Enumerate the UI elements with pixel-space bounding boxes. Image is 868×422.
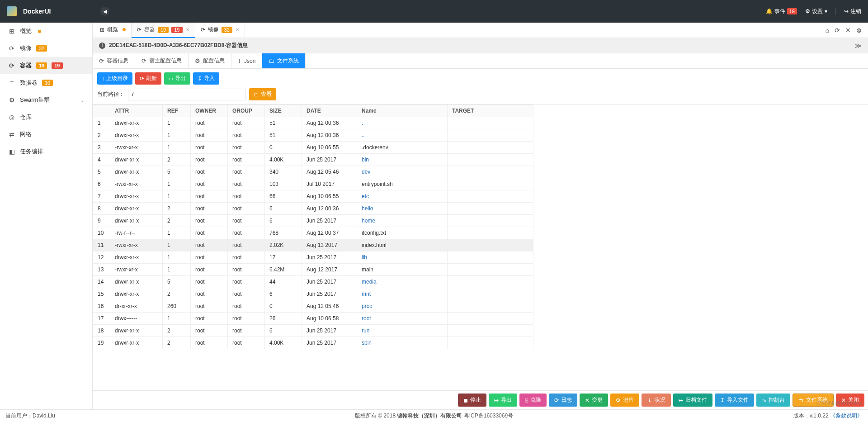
inner-tab-1[interactable]: ⟳宿主配置信息 bbox=[135, 53, 189, 68]
bottom-btn-进程[interactable]: ⚙进程 bbox=[610, 394, 639, 407]
table-row[interactable]: 7 drwxr-xr-x 1 root root 66 Aug 10 06:55… bbox=[93, 190, 533, 203]
sidebar-collapse-button[interactable]: ◀ bbox=[100, 7, 109, 16]
sidebar-item-5[interactable]: ◎仓库 bbox=[0, 109, 92, 126]
owner-cell: root bbox=[191, 215, 228, 227]
table-row[interactable]: 6 -rwxr-xr-x 1 root root 103 Jul 10 2017… bbox=[93, 178, 533, 190]
logout-button[interactable]: ↪ 注销 bbox=[844, 8, 861, 15]
name-cell[interactable]: proc bbox=[357, 300, 448, 313]
table-row[interactable]: 10 -rw-r--r-- 1 root root 768 Aug 12 00:… bbox=[93, 227, 533, 239]
bottom-btn-控制台[interactable]: ↘控制台 bbox=[756, 394, 790, 407]
export-button[interactable]: ↦导出 bbox=[164, 72, 190, 85]
path-input[interactable] bbox=[128, 89, 245, 100]
terms-link[interactable]: 《条款说明》 bbox=[830, 413, 863, 419]
close-icon[interactable]: × bbox=[186, 27, 189, 33]
events-button[interactable]: 🔔 事件 19 bbox=[766, 8, 797, 15]
bottom-btn-文件系统[interactable]: 🗀文件系统 bbox=[793, 394, 834, 407]
table-row[interactable]: 14 drwxr-xr-x 5 root root 44 Jun 25 2017… bbox=[93, 276, 533, 288]
col-header[interactable]: ATTR bbox=[110, 105, 163, 117]
idx-cell: 8 bbox=[93, 203, 110, 215]
name-cell[interactable]: sbin bbox=[357, 337, 448, 349]
btn-label: 导入文件 bbox=[727, 396, 749, 404]
sidebar-item-0[interactable]: ⊞概览 bbox=[0, 23, 92, 40]
close-all-icon[interactable]: ⊗ bbox=[856, 27, 862, 34]
bottom-btn-克隆[interactable]: ⎘克隆 bbox=[519, 394, 547, 407]
table-row[interactable]: 19 drwxr-xr-x 2 root root 4.00K Jun 25 2… bbox=[93, 337, 533, 349]
table-row[interactable]: 15 drwxr-xr-x 2 root root 6 Jun 25 2017 … bbox=[93, 288, 533, 300]
name-cell[interactable]: bin bbox=[357, 154, 448, 166]
sidebar-item-4[interactable]: ⚙Swarm集群⌄ bbox=[0, 91, 92, 109]
col-header[interactable]: GROUP bbox=[228, 105, 265, 117]
bottom-btn-导入文件[interactable]: ↧导入文件 bbox=[715, 394, 754, 407]
table-row[interactable]: 3 -rwxr-xr-x 1 root root 0 Aug 10 06:55 … bbox=[93, 142, 533, 154]
brand-logo[interactable]: DockerUI bbox=[7, 6, 51, 16]
name-cell[interactable]: home bbox=[357, 215, 448, 227]
name-cell[interactable]: root bbox=[357, 313, 448, 325]
table-row[interactable]: 17 drwx------ 1 root root 26 Aug 10 06:5… bbox=[93, 313, 533, 325]
table-row[interactable]: 13 -rwxr-xr-x 1 root root 6.42M Aug 12 2… bbox=[93, 264, 533, 276]
inner-tab-0[interactable]: ⟳容器信息 bbox=[93, 53, 135, 68]
group-cell: root bbox=[228, 166, 265, 178]
home-icon[interactable]: ⌂ bbox=[826, 27, 829, 34]
bottom-btn-关闭[interactable]: ✕关闭 bbox=[836, 394, 864, 407]
table-row[interactable]: 11 -rwxr-xr-x 1 root root 2.02K Aug 13 2… bbox=[93, 239, 533, 251]
expand-icon[interactable]: ≫ bbox=[855, 42, 862, 49]
bottom-btn-导出[interactable]: ↦导出 bbox=[489, 394, 517, 407]
tab-2[interactable]: ⟳镜像32× bbox=[195, 23, 245, 38]
name-cell[interactable]: dev bbox=[357, 166, 448, 178]
view-button[interactable]: 🗀查看 bbox=[249, 88, 276, 100]
table-row[interactable]: 12 drwxr-xr-x 1 root root 17 Jun 25 2017… bbox=[93, 251, 533, 264]
table-row[interactable]: 8 drwxr-xr-x 2 root root 6 Aug 12 00:36 … bbox=[93, 203, 533, 215]
bottom-action-bar: ◼停止↦导出⎘克隆⟳日志✕变更⚙进程🌡状况↦归档文件↧导入文件↘控制台🗀文件系统… bbox=[93, 390, 868, 409]
bottom-btn-状况[interactable]: 🌡状况 bbox=[642, 394, 671, 407]
settings-button[interactable]: ⚙ 设置 ▾ bbox=[805, 8, 827, 15]
tab-1[interactable]: ⟳容器1919× bbox=[132, 23, 195, 38]
bottom-btn-停止[interactable]: ◼停止 bbox=[458, 394, 486, 407]
inner-tab-3[interactable]: TJson bbox=[231, 53, 262, 68]
bottom-btn-归档文件[interactable]: ↦归档文件 bbox=[673, 394, 712, 407]
col-header[interactable]: Name bbox=[357, 105, 448, 117]
table-row[interactable]: 1 drwxr-xr-x 1 root root 51 Aug 12 00:36… bbox=[93, 117, 533, 129]
tab-0[interactable]: ⊞概览 bbox=[94, 23, 132, 38]
col-header[interactable]: TARGET bbox=[448, 105, 533, 117]
ref-cell: 1 bbox=[163, 313, 191, 325]
sidebar-item-1[interactable]: ⟳镜像32 bbox=[0, 40, 92, 57]
table-row[interactable]: 2 drwxr-xr-x 1 root root 51 Aug 12 00:36… bbox=[93, 129, 533, 142]
name-cell[interactable]: media bbox=[357, 276, 448, 288]
table-row[interactable]: 16 dr-xr-xr-x 260 root root 0 Aug 12 05:… bbox=[93, 300, 533, 313]
table-row[interactable]: 5 drwxr-xr-x 5 root root 340 Aug 12 05:4… bbox=[93, 166, 533, 178]
inner-tab-label: 容器信息 bbox=[107, 57, 128, 65]
name-cell[interactable]: mnt bbox=[357, 288, 448, 300]
sidebar-item-3[interactable]: ≡数据卷10 bbox=[0, 74, 92, 91]
sidebar-item-2[interactable]: ⟳容器1919 bbox=[0, 57, 92, 74]
sidebar-item-7[interactable]: ◧任务编排 bbox=[0, 143, 92, 160]
close-tab-icon[interactable]: ✕ bbox=[845, 27, 851, 34]
up-dir-button[interactable]: ↑上级目录 bbox=[97, 72, 132, 85]
name-cell[interactable]: . bbox=[357, 117, 448, 129]
refresh-button[interactable]: ⟳刷新 bbox=[135, 72, 161, 85]
name-cell[interactable]: lib bbox=[357, 251, 448, 264]
col-header[interactable]: REF bbox=[163, 105, 191, 117]
bottom-btn-日志[interactable]: ⟳日志 bbox=[549, 394, 577, 407]
name-cell[interactable]: etc bbox=[357, 190, 448, 203]
col-header[interactable]: SIZE bbox=[265, 105, 302, 117]
name-cell[interactable]: .. bbox=[357, 129, 448, 142]
inner-tab-4[interactable]: 🗀文件系统 bbox=[262, 53, 306, 68]
attr-cell: dr-xr-xr-x bbox=[110, 300, 163, 313]
table-row[interactable]: 9 drwxr-xr-x 2 root root 6 Jun 25 2017 h… bbox=[93, 215, 533, 227]
close-icon[interactable]: × bbox=[236, 27, 239, 33]
name-cell[interactable]: hello bbox=[357, 203, 448, 215]
import-button[interactable]: ↧导入 bbox=[193, 72, 219, 85]
name-cell[interactable]: run bbox=[357, 325, 448, 337]
col-header[interactable]: DATE bbox=[302, 105, 357, 117]
col-header[interactable]: OWNER bbox=[191, 105, 228, 117]
table-row[interactable]: 18 drwxr-xr-x 2 root root 6 Jun 25 2017 … bbox=[93, 325, 533, 337]
table-row[interactable]: 4 drwxr-xr-x 2 root root 4.00K Jun 25 20… bbox=[93, 154, 533, 166]
bottom-btn-变更[interactable]: ✕变更 bbox=[580, 394, 608, 407]
refresh-icon[interactable]: ⟳ bbox=[835, 27, 840, 34]
ref-cell: 1 bbox=[163, 227, 191, 239]
col-header[interactable] bbox=[93, 105, 110, 117]
target-cell bbox=[448, 288, 533, 300]
inner-tab-2[interactable]: ⚙配置信息 bbox=[189, 53, 231, 68]
sidebar-item-6[interactable]: ⇄网络 bbox=[0, 126, 92, 143]
ref-cell: 1 bbox=[163, 190, 191, 203]
